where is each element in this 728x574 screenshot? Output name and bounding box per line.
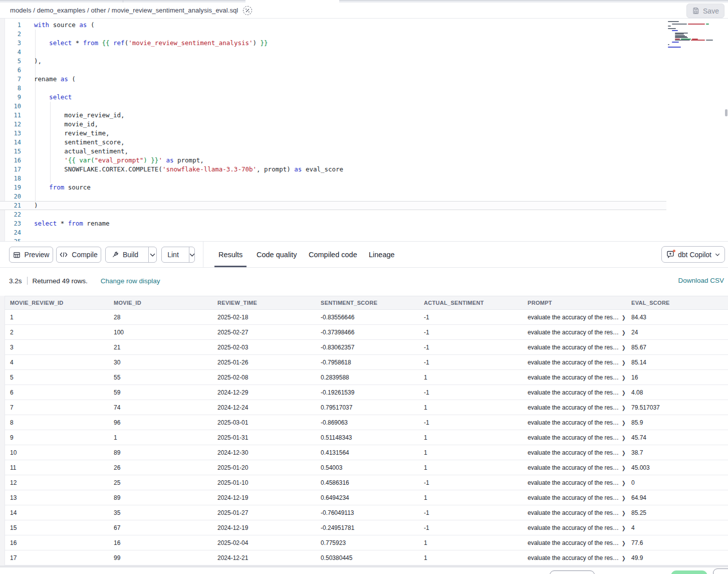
expand-cell-chevron-icon[interactable]: ❯ [622,435,626,441]
table-row[interactable]: 7742024-12-240.795170371evaluate the acc… [5,400,728,415]
cell-movie-id: 99 [109,550,212,565]
expand-cell-chevron-icon[interactable]: ❯ [622,450,626,456]
code-line[interactable]: 19 from source [0,183,343,192]
expand-cell-chevron-icon[interactable]: ❯ [622,329,626,335]
table-row[interactable]: 8962025-03-01-0.869063-1evaluate the acc… [5,415,728,430]
column-header[interactable]: SENTIMENT_SCORE [316,296,419,309]
tab-compiled-code[interactable]: Compiled code [309,242,357,267]
cell-sentiment-score: 0.6494234 [316,490,419,505]
cell-sentiment-score: -0.83062357 [316,340,419,354]
code-line[interactable]: 20 [0,192,343,201]
table-row[interactable]: 4302025-01-26-0.7958618-1evaluate the ac… [5,355,728,370]
code-line[interactable]: 2 [0,30,343,39]
expand-cell-chevron-icon[interactable]: ❯ [622,420,626,426]
tab-lineage[interactable]: Lineage [369,242,395,267]
dbt-ide-app: models / demo_examples / other / movie_r… [0,0,728,574]
download-csv-link[interactable]: Download CSV [678,277,724,284]
code-line[interactable]: 6 [0,66,343,75]
table-body: 1282025-02-18-0.83556646-1evaluate the a… [0,310,728,565]
code-line[interactable]: 15 actual_sentiment, [0,147,343,156]
code-line[interactable]: 23select * from rename [0,219,343,228]
footer-green-button-partial[interactable] [671,570,707,574]
code-line[interactable]: 24 [0,228,343,237]
code-line[interactable]: 3 select * from {{ ref('movie_review_sen… [0,39,343,48]
tab-results[interactable]: Results [218,242,242,267]
expand-cell-chevron-icon[interactable]: ❯ [622,374,626,380]
table-row[interactable]: 6592024-12-29-0.19261539-1evaluate the a… [5,385,728,400]
breadcrumb[interactable]: models / demo_examples / other / movie_r… [10,7,238,14]
expand-cell-chevron-icon[interactable]: ❯ [622,525,626,531]
expand-cell-chevron-icon[interactable]: ❯ [622,540,626,546]
format-code-icon[interactable] [243,6,252,15]
table-row[interactable]: 14352025-01-27-0.76049113-1evaluate the … [5,505,728,520]
change-row-display-link[interactable]: Change row display [101,277,160,285]
expand-cell-chevron-icon[interactable]: ❯ [622,344,626,350]
table-row[interactable]: 912025-01-310.511483431evaluate the accu… [5,430,728,445]
table-row[interactable]: 5552025-02-080.28395881evaluate the accu… [5,370,728,385]
table-row[interactable]: 13892024-12-190.64942341evaluate the acc… [5,490,728,505]
column-header[interactable]: MOVIE_ID [109,296,212,309]
table-row[interactable]: 10892024-12-300.41315641evaluate the acc… [5,445,728,460]
prompt-truncated-text: evaluate the accuracy of the res… [528,344,619,351]
table-row[interactable]: 17992024-12-210.503804451evaluate the ac… [5,550,728,565]
tab-code-quality[interactable]: Code quality [257,242,297,267]
lint-dropdown-button[interactable] [189,247,195,262]
cell-prompt: evaluate the accuracy of the res…❯ [523,415,626,430]
table-row[interactable]: 3212025-02-03-0.83062357-1evaluate the a… [5,340,728,355]
sql-editor[interactable]: 1with source as (23 select * from {{ ref… [0,19,728,241]
code-line[interactable]: 12 movie_id, [0,120,343,129]
dbt-copilot-button[interactable]: dbt Copilot [661,246,725,263]
footer-button-partial[interactable] [550,570,595,574]
cell-eval-score: 45.74 [626,430,728,445]
expand-cell-chevron-icon[interactable]: ❯ [622,390,626,396]
column-header[interactable]: REVIEW_TIME [212,296,316,309]
table-row[interactable]: 15672024-12-19-0.24951781-1evaluate the … [5,520,728,535]
column-header[interactable]: MOVIE_REVIEW_ID [5,296,109,309]
footer-button-partial[interactable] [713,568,728,574]
expand-cell-chevron-icon[interactable]: ❯ [622,510,626,516]
code-line[interactable]: 9 select [0,93,343,102]
save-button[interactable]: Save [686,4,724,18]
code-line[interactable]: 5), [0,57,343,66]
cell-movie-review-id: 16 [5,535,109,550]
expand-cell-chevron-icon[interactable]: ❯ [622,555,626,561]
expand-cell-chevron-icon[interactable]: ❯ [622,495,626,501]
editor-scrollbar[interactable] [725,109,727,116]
table-row[interactable]: 12252025-01-100.4586316-1evaluate the ac… [5,475,728,490]
table-row[interactable]: 16162025-02-040.7759231evaluate the accu… [5,535,728,550]
compile-button[interactable]: Compile [56,247,101,263]
code-line[interactable]: 13 review_time, [0,129,343,138]
expand-cell-chevron-icon[interactable]: ❯ [622,359,626,365]
code-line[interactable]: 14 sentiment_score, [0,138,343,147]
editor-minimap[interactable] [668,21,724,47]
cell-prompt: evaluate the accuracy of the res…❯ [523,535,626,550]
code-line[interactable]: 10 [0,102,343,111]
code-line[interactable]: 25 [0,237,343,241]
code-line[interactable]: 22 [0,210,343,219]
code-line[interactable]: 11 movie_review_id, [0,111,343,120]
cell-prompt: evaluate the accuracy of the res…❯ [523,550,626,565]
code-line[interactable]: 8 [0,84,343,93]
code-line[interactable]: 1with source as ( [0,21,343,30]
build-dropdown-button[interactable] [148,247,156,262]
column-header[interactable]: ACTUAL_SENTIMENT [419,296,523,309]
table-row[interactable]: 21002025-02-27-0.37398466-1evaluate the … [5,325,728,340]
column-header[interactable]: EVAL_SCORE [626,296,728,309]
table-row[interactable]: 11262025-01-200.540031evaluate the accur… [5,460,728,475]
expand-cell-chevron-icon[interactable]: ❯ [622,314,626,320]
expand-cell-chevron-icon[interactable]: ❯ [622,405,626,411]
lint-button[interactable]: Lint [161,247,185,262]
code-line[interactable]: 21) [0,201,343,210]
expand-cell-chevron-icon[interactable]: ❯ [622,465,626,471]
code-line[interactable]: 18 [0,174,343,183]
code-line[interactable]: 17 SNOWFLAKE.CORTEX.COMPLETE('snowflake-… [0,165,343,174]
expand-cell-chevron-icon[interactable]: ❯ [622,480,626,486]
code-line[interactable]: 7rename as ( [0,75,343,84]
code-line[interactable]: 4 [0,48,343,57]
cell-eval-score: 38.7 [626,445,728,460]
column-header[interactable]: PROMPT [523,296,626,309]
preview-button[interactable]: Preview [9,247,53,263]
code-line[interactable]: 16 '{{ var("eval_prompt") }}' as prompt, [0,156,343,165]
table-row[interactable]: 1282025-02-18-0.83556646-1evaluate the a… [5,310,728,325]
build-button[interactable]: Build [106,247,144,262]
